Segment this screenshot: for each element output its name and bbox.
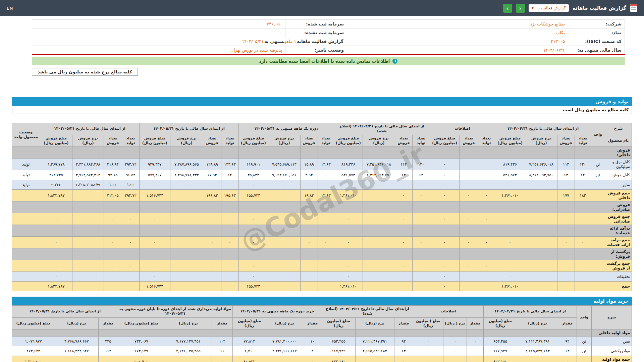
description-header: شرح xyxy=(592,306,632,329)
report-period-prefix: گزارش فعالیت ماهانه xyxy=(297,39,343,44)
row-label: جمع فروش داخلی xyxy=(605,190,632,201)
table-cell xyxy=(300,248,318,260)
info-row: نماد: بکاب سرمایه ثبت نشده: ۰ xyxy=(32,28,625,37)
period-group-header: از ابتدای سال مالی تا تاریخ ۱۴۰۳/۰۵/۳۱ xyxy=(40,123,139,135)
report-period-date: ۱۴۰۴/۰۵/۳۱ xyxy=(242,39,264,44)
table-cell xyxy=(40,201,72,213)
table-cell xyxy=(395,272,412,282)
column-header: مقدار xyxy=(303,317,322,329)
table-cell: ۰ xyxy=(525,180,557,190)
row-label: مواد اولیه داخلی xyxy=(592,329,632,337)
table-cell: ۰ xyxy=(300,180,318,190)
column-header: تعداد فروش xyxy=(557,135,575,147)
table-row: جمع برگشت از فروش۰۰۰۰۰۰۰۰۰۰۰۰۰۰۰۰۰۰ xyxy=(12,260,632,272)
report-icon-line xyxy=(631,7,636,8)
unit-cell xyxy=(577,329,592,337)
table-cell: ۹۲ xyxy=(394,337,413,346)
next-report-button[interactable]: › xyxy=(503,4,512,13)
table-cell: ۱۹۶.۸۳ xyxy=(203,190,221,201)
table-cell: ۶,۷۱۰ xyxy=(232,346,266,356)
table-cell: ۰ xyxy=(334,213,363,225)
row-label: درآمد ارائه خدمات: xyxy=(605,225,632,237)
table-cell: ۱۰۲ xyxy=(212,337,232,346)
table-cell: ۰ xyxy=(40,237,72,248)
table-cell xyxy=(104,272,122,282)
table-cell: ۱۲۰ xyxy=(575,159,591,170)
row-label: جمع برگشت از فروش xyxy=(605,260,632,272)
table-cell xyxy=(318,201,334,213)
table-cell: ۰ xyxy=(139,237,170,248)
table-cell xyxy=(334,147,363,159)
table-cell xyxy=(203,282,221,291)
table-cell: ۱,۸۴۳,۷۸۷ xyxy=(40,190,72,201)
table-cell: ۰ xyxy=(558,356,577,362)
report-type-dropdown[interactable]: گزارش فعالیت د ▼ xyxy=(529,4,569,12)
table-cell xyxy=(238,225,268,237)
table-cell: ۰ xyxy=(221,237,238,248)
table-cell xyxy=(459,201,478,213)
status-cell xyxy=(12,213,40,225)
table-cell xyxy=(203,225,221,237)
table-cell: ۰ xyxy=(334,237,363,248)
table-cell: ۰ xyxy=(394,356,413,362)
table-cell xyxy=(139,225,170,237)
table-cell: ۱۹.۸۳ xyxy=(300,190,318,201)
table-cell xyxy=(72,237,104,248)
table-cell xyxy=(525,147,557,159)
table-cell: ۳۱۶.۹۴ xyxy=(104,159,122,170)
table-cell: ۶۴ xyxy=(557,170,575,180)
table-cell xyxy=(557,282,575,291)
table-cell: ۰ xyxy=(318,237,334,248)
table-cell xyxy=(139,201,170,213)
row-label: جمع xyxy=(605,282,632,291)
prev-report-button[interactable]: ‹ xyxy=(516,4,525,13)
table-cell xyxy=(525,248,557,260)
column-header: تعداد تولید xyxy=(575,135,591,147)
status-cell xyxy=(12,147,40,159)
table-cell xyxy=(104,201,122,213)
table-cell: ۰ xyxy=(412,237,430,248)
info-icon: i xyxy=(392,59,397,64)
table-cell: ۲,۶۴۶,۰۴۵,۴۵۵ xyxy=(165,346,212,356)
table-cell: ۱.۴۶ xyxy=(122,180,139,190)
table-cell: ۱,۳۶۱,۰۱۰ xyxy=(334,282,363,291)
column-header: نرخ (ریال) xyxy=(55,317,98,329)
table-cell: ۰ xyxy=(412,180,430,190)
table-cell: ۰ xyxy=(238,260,268,272)
table-cell xyxy=(575,248,591,260)
unit-cell xyxy=(591,213,605,225)
table-cell: ۰ xyxy=(557,180,575,190)
table-cell xyxy=(459,180,478,190)
table-cell: ۹۳.۶۵ xyxy=(104,170,122,180)
signed-info-text: اطلاعات نمایش داده شده با اطلاعات امضا ش… xyxy=(259,59,390,64)
symbol-value: بکاب xyxy=(347,28,568,37)
table-cell: ۱۱۹,۹۰۱ xyxy=(238,159,268,170)
status-cell: تولید xyxy=(12,180,40,190)
table-cell: ۰ xyxy=(575,213,591,225)
table-cell xyxy=(478,201,495,213)
table-cell xyxy=(122,272,139,282)
table-cell xyxy=(318,282,334,291)
unit-cell: تن xyxy=(577,337,592,346)
table-cell xyxy=(268,237,300,248)
table-cell: ۰ xyxy=(300,213,318,225)
table-cell xyxy=(467,329,483,337)
language-toggle[interactable]: EN xyxy=(7,6,13,11)
table-cell: ۰ xyxy=(443,346,467,356)
section-row: درآمد ارائه خدمات: xyxy=(12,225,632,237)
table-cell xyxy=(443,356,467,362)
table-cell: ۰ xyxy=(459,237,478,248)
row-label: جمع درآمد ارائه خدمات xyxy=(605,237,632,248)
column-header: مبلغ فروش (میلیون ریال) xyxy=(334,135,363,147)
table-cell xyxy=(363,201,395,213)
issuer-status-label: وضعیت ناشر: xyxy=(285,46,347,55)
table-cell xyxy=(72,225,104,237)
table-cell: ۰ xyxy=(395,213,412,225)
table-cell: ۰ xyxy=(467,356,483,362)
table-cell: ۰ xyxy=(40,272,72,282)
table-cell xyxy=(412,225,430,237)
table-cell: ۰ xyxy=(203,180,221,190)
company-label: شرکت: xyxy=(568,20,625,28)
period-group-header: دوره یک ماهه منتهی به ۱۴۰۴/۰۵/۳۱ xyxy=(238,123,334,135)
table-cell: ۰ xyxy=(139,180,170,190)
